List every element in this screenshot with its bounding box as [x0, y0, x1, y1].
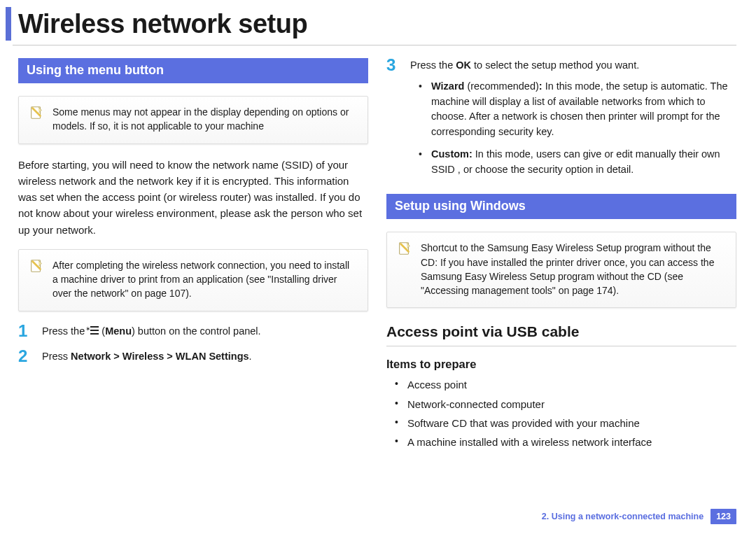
items-to-prepare-list: Access point Network-connected computer … — [395, 377, 736, 450]
step2-pre: Press — [42, 351, 71, 362]
step-number: 3 — [386, 57, 399, 73]
wizard-label: Wizard — [431, 80, 464, 92]
note-easy-wireless-shortcut: Shortcut to the Samsung Easy Wireless Se… — [386, 232, 736, 308]
title-accent-bar — [6, 7, 11, 41]
note-icon — [29, 105, 44, 120]
note-text: After completing the wireless network co… — [52, 260, 349, 300]
note-text: Shortcut to the Samsung Easy Wireless Se… — [421, 242, 714, 296]
wizard-recommended: (recommended) — [464, 80, 538, 92]
list-item: Access point — [395, 377, 736, 393]
step-body: Press Network > Wireless > WLAN Settings… — [42, 349, 368, 365]
step2-post: . — [249, 351, 252, 362]
heading-items-to-prepare: Items to prepare — [386, 358, 736, 371]
step-body: Press the (Menu) button on the control p… — [42, 324, 368, 339]
menu-icon — [88, 326, 99, 336]
custom-text: In this mode, users can give or edit man… — [431, 148, 720, 175]
step3-bold: OK — [456, 59, 471, 71]
bullet-wizard: Wizard (recommended): In this mode, the … — [419, 79, 736, 140]
footer-chapter: 2. Using a network-connected machine — [542, 512, 704, 521]
note-text: Some menus may not appear in the display… — [52, 106, 349, 132]
intro-paragraph: Before starting, you will need to know t… — [18, 157, 368, 238]
step-3: 3 Press the OK to select the setup metho… — [386, 58, 736, 184]
note-icon — [397, 241, 412, 256]
note-icon — [29, 258, 44, 274]
step1-post: ) button on the control panel. — [132, 325, 261, 337]
section-heading-setup-windows: Setup using Windows — [386, 194, 736, 219]
list-item: Network-connected computer — [395, 396, 736, 412]
list-item: A machine installed with a wireless netw… — [395, 434, 736, 450]
title-row: Wireless network setup — [6, 7, 736, 41]
content-columns: Using the menu button Some menus may not… — [18, 58, 736, 453]
steps-list: 1 Press the (Menu) button on the control… — [18, 324, 368, 365]
step3-bullets: Wizard (recommended): In this mode, the … — [419, 79, 736, 178]
menu-label: Menu — [105, 325, 132, 337]
step3-post: to select the setup method you want. — [471, 59, 639, 71]
step-1: 1 Press the (Menu) button on the control… — [18, 324, 368, 339]
custom-label: Custom: — [431, 148, 472, 160]
heading-access-point-usb: Access point via USB cable — [386, 323, 736, 346]
list-item: Software CD that was provided with your … — [395, 415, 736, 431]
step-body: Press the OK to select the setup method … — [410, 58, 736, 184]
step1-pre: Press the — [42, 325, 88, 337]
page-title: Wireless network setup — [18, 9, 307, 39]
step-number: 2 — [18, 348, 31, 365]
step2-bold: Network > Wireless > WLAN Settings — [71, 351, 249, 362]
step3-pre: Press the — [410, 59, 456, 71]
footer-page-number: 123 — [710, 509, 736, 524]
note-install-driver: After completing the wireless network co… — [18, 249, 368, 311]
page-footer: 2. Using a network-connected machine 123 — [542, 509, 736, 524]
step-number: 1 — [18, 323, 31, 339]
right-column: 3 Press the OK to select the setup metho… — [386, 58, 736, 453]
note-menu-availability: Some menus may not appear in the display… — [18, 96, 368, 144]
step-2: 2 Press Network > Wireless > WLAN Settin… — [18, 349, 368, 365]
left-column: Using the menu button Some menus may not… — [18, 58, 368, 453]
bullet-custom: Custom: In this mode, users can give or … — [419, 147, 736, 178]
section-heading-using-menu-button: Using the menu button — [18, 58, 368, 83]
title-divider — [13, 45, 736, 45]
